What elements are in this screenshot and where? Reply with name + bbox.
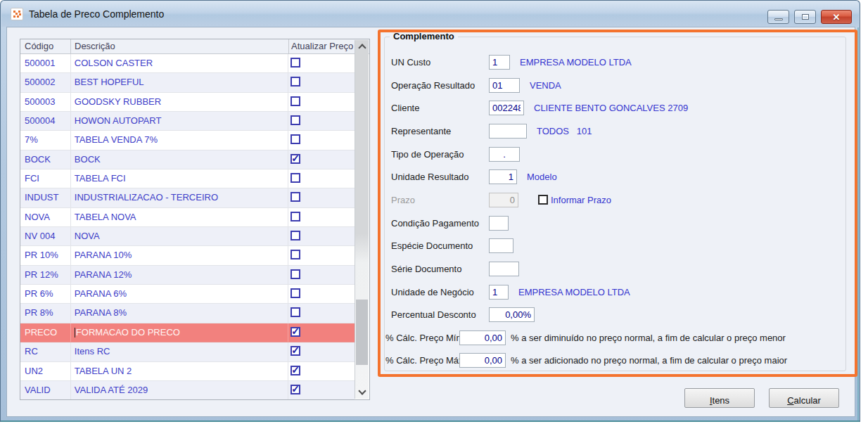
- table-row[interactable]: NV 004NOVA: [20, 227, 355, 246]
- field-label-condicao-pagamento: Condição Pagamento: [391, 218, 479, 229]
- groupbox-title: Complemento: [390, 31, 458, 41]
- close-button[interactable]: ✕: [821, 10, 852, 24]
- minimize-button[interactable]: [767, 10, 789, 24]
- cell-atualizar: [288, 285, 355, 304]
- table-row[interactable]: PR 6%PARANA 6%: [20, 285, 355, 304]
- atualizar-preco-checkbox[interactable]: [291, 77, 300, 86]
- cell-codigo: PR 6%: [20, 285, 71, 304]
- field-input-condicao-pagamento[interactable]: [489, 216, 509, 231]
- cell-descricao: PARANA 12%: [71, 266, 288, 285]
- table-row[interactable]: FCITABELA FCI: [20, 169, 355, 188]
- field-label-cliente: Cliente: [391, 103, 419, 113]
- cell-atualizar: [288, 150, 355, 169]
- cell-atualizar: [288, 131, 355, 150]
- atualizar-preco-checkbox[interactable]: [291, 385, 300, 394]
- table-row[interactable]: 7%TABELA VENDA 7%: [20, 131, 355, 150]
- atualizar-preco-checkbox[interactable]: [291, 58, 300, 68]
- atualizar-preco-checkbox[interactable]: [291, 173, 300, 183]
- title-bar[interactable]: Tabela de Preco Complemento ✕: [1, 1, 859, 27]
- field-input-percentual-desconto[interactable]: [489, 307, 535, 322]
- cell-atualizar: [288, 188, 355, 207]
- header-cell-descricao[interactable]: Descrição: [71, 39, 289, 53]
- table-row[interactable]: PR 12%PARANA 12%: [20, 266, 355, 285]
- field-input-tipo-de-operacao[interactable]: [489, 147, 520, 162]
- header-cell-codigo[interactable]: Código: [20, 39, 71, 53]
- atualizar-preco-checkbox[interactable]: [291, 288, 300, 298]
- field-input-unidade-de-negocio[interactable]: [489, 285, 509, 300]
- field-input-un-custo[interactable]: [489, 55, 510, 70]
- cell-descricao: GOODSKY RUBBER: [71, 93, 288, 112]
- table-row[interactable]: PRECOFORMACAO DO PRECO: [20, 323, 355, 342]
- price-table: Código Descrição Atualizar Preço 500001C…: [20, 39, 370, 400]
- cell-atualizar: [288, 304, 355, 323]
- scrollbar-thumb[interactable]: [356, 300, 368, 365]
- field-input-representante[interactable]: [489, 124, 527, 139]
- scroll-up-button[interactable]: [355, 40, 369, 53]
- table-row[interactable]: 500003GOODSKY RUBBER: [20, 93, 355, 112]
- field-input-serie-documento[interactable]: [489, 262, 519, 276]
- field-desc-unidade-de-negocio: EMPRESA MODELO LTDA: [518, 287, 630, 297]
- field-input-perc-calc-preco-maximo[interactable]: [459, 353, 506, 368]
- atualizar-preco-checkbox[interactable]: [291, 366, 300, 375]
- field-label-tipo-de-operacao: Tipo de Operação: [391, 149, 464, 160]
- atualizar-preco-checkbox[interactable]: [291, 96, 300, 106]
- table-row[interactable]: VALIDVALIDA ATÉ 2029: [20, 381, 355, 399]
- field-label-prazo: Prazo: [391, 195, 415, 205]
- field-desc-cliente: CLIENTE BENTO GONCALVES 2709: [534, 103, 688, 113]
- field-label-representante: Representante: [391, 126, 451, 136]
- cell-descricao: PARANA 6%: [71, 285, 288, 304]
- table-row[interactable]: INDUSTINDUSTRIALIZACAO - TERCEIRO: [20, 188, 355, 207]
- calcular-button[interactable]: Calcular: [769, 388, 839, 408]
- table-row[interactable]: UN2TABELA UN 2: [20, 362, 355, 381]
- scroll-down-button[interactable]: [355, 386, 369, 399]
- atualizar-preco-checkbox[interactable]: [291, 154, 300, 164]
- table-row[interactable]: 500001COLSON CASTER: [20, 54, 355, 73]
- informar-prazo-checkbox[interactable]: [538, 195, 548, 205]
- atualizar-preco-checkbox[interactable]: [291, 115, 300, 125]
- field-hint-perc-calc-preco-maximo: % a ser adicionado no preço normal, a fi…: [511, 355, 787, 366]
- minimize-icon: [774, 18, 783, 20]
- atualizar-preco-checkbox[interactable]: [291, 192, 300, 202]
- table-scrollbar[interactable]: [355, 40, 369, 399]
- atualizar-preco-checkbox[interactable]: [291, 269, 300, 279]
- informar-prazo-label: Informar Prazo: [551, 195, 611, 205]
- table-row[interactable]: NOVATABELA NOVA: [20, 208, 355, 227]
- cell-descricao: TABELA NOVA: [71, 208, 288, 227]
- header-cell-atualizar-preco[interactable]: Atualizar Preço: [289, 39, 355, 53]
- cell-codigo: RC: [20, 342, 71, 361]
- atualizar-preco-checkbox[interactable]: [291, 307, 300, 317]
- maximize-button[interactable]: [794, 10, 816, 24]
- atualizar-preco-checkbox[interactable]: [291, 134, 300, 144]
- field-input-operacao-resultado[interactable]: [489, 78, 520, 93]
- field-label-percentual-desconto: Percentual Desconto: [391, 309, 476, 320]
- cell-codigo: 7%: [20, 131, 71, 150]
- field-desc-un-custo: EMPRESA MODELO LTDA: [520, 57, 632, 68]
- table-row[interactable]: RCItens RC: [20, 342, 355, 361]
- table-row[interactable]: 500002BEST HOPEFUL: [20, 73, 355, 92]
- table-row[interactable]: PR 10%PARANA 10%: [20, 246, 355, 265]
- app-icon: [11, 8, 23, 20]
- table-row[interactable]: BOCKBOCK: [20, 150, 355, 169]
- cell-descricao: BOCK: [71, 150, 288, 169]
- cell-atualizar: [288, 323, 355, 342]
- table-row[interactable]: PR 8%PARANA 8%: [20, 304, 355, 323]
- atualizar-preco-checkbox[interactable]: [291, 327, 300, 337]
- field-input-cliente[interactable]: [489, 101, 524, 115]
- itens-button[interactable]: Itens: [684, 388, 755, 408]
- atualizar-preco-checkbox[interactable]: [291, 250, 300, 259]
- field-input-perc-calc-preco-minimo[interactable]: [459, 330, 506, 345]
- field-input-especie-documento[interactable]: [489, 238, 513, 253]
- cell-descricao: VALIDA ATÉ 2029: [71, 381, 288, 399]
- atualizar-preco-checkbox[interactable]: [291, 346, 300, 356]
- cell-atualizar: [288, 246, 355, 265]
- cell-codigo: 500002: [20, 73, 71, 92]
- field-hint-perc-calc-preco-minimo: % a ser diminuído no preço normal, a fim…: [511, 333, 786, 343]
- atualizar-preco-checkbox[interactable]: [291, 212, 300, 221]
- cell-atualizar: [288, 54, 355, 73]
- field-label-serie-documento: Série Documento: [391, 264, 461, 274]
- text-caret: [75, 328, 75, 338]
- table-row[interactable]: 500004HOWON AUTOPART: [20, 112, 355, 131]
- atualizar-preco-checkbox[interactable]: [291, 231, 300, 240]
- field-input-unidade-resultado[interactable]: [489, 169, 517, 184]
- cell-descricao: HOWON AUTOPART: [71, 112, 288, 131]
